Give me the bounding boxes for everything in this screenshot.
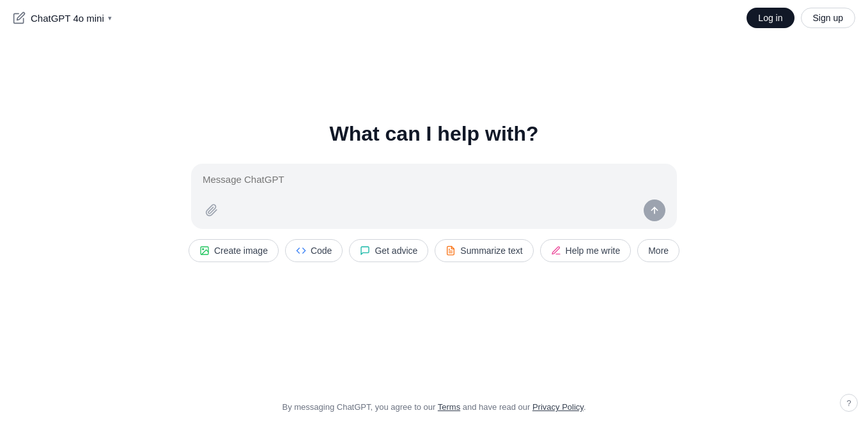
create-image-icon (199, 246, 210, 256)
get-advice-button[interactable]: Get advice (349, 239, 428, 262)
input-actions (203, 199, 665, 221)
create-image-button[interactable]: Create image (189, 239, 279, 262)
message-input[interactable] (203, 174, 665, 189)
get-advice-icon (360, 246, 370, 256)
create-image-label: Create image (214, 246, 268, 256)
code-label: Code (311, 246, 332, 256)
send-button[interactable] (644, 199, 665, 221)
help-me-write-label: Help me write (566, 246, 621, 256)
chevron-down-icon: ▾ (108, 14, 112, 22)
more-label: More (648, 246, 669, 256)
edit-icon-button[interactable] (13, 12, 26, 24)
footer: By messaging ChatGPT, you agree to our T… (0, 402, 868, 412)
send-icon (649, 205, 660, 215)
help-me-write-button[interactable]: Help me write (540, 239, 632, 262)
help-me-write-icon (551, 246, 561, 256)
footer-text-before: By messaging ChatGPT, you agree to our (283, 402, 438, 412)
model-name-label: ChatGPT 4o mini (31, 13, 104, 24)
chat-input-container (191, 164, 677, 229)
svg-point-2 (203, 248, 204, 249)
attach-button[interactable] (203, 201, 221, 219)
help-icon: ? (846, 398, 851, 408)
signup-button[interactable]: Sign up (801, 8, 855, 28)
header-left: ChatGPT 4o mini ▾ (13, 12, 112, 24)
model-selector[interactable]: ChatGPT 4o mini ▾ (31, 13, 112, 24)
get-advice-label: Get advice (375, 246, 417, 256)
help-button[interactable]: ? (840, 394, 858, 412)
header-right: Log in Sign up (747, 8, 855, 28)
page-title: What can I help with? (329, 122, 538, 146)
footer-text-after: . (584, 402, 586, 412)
main-content: What can I help with? (0, 0, 868, 422)
header: ChatGPT 4o mini ▾ Log in Sign up (0, 0, 868, 36)
terms-link[interactable]: Terms (438, 402, 460, 412)
summarize-text-label: Summarize text (460, 246, 522, 256)
more-button[interactable]: More (637, 239, 679, 262)
action-buttons: Create image Code Get advice (189, 239, 679, 262)
paperclip-icon (205, 204, 218, 217)
footer-text-between: and have read our (460, 402, 532, 412)
login-button[interactable]: Log in (747, 8, 794, 28)
code-icon (296, 246, 306, 256)
summarize-text-icon (446, 246, 456, 256)
code-button[interactable]: Code (285, 239, 343, 262)
summarize-text-button[interactable]: Summarize text (435, 239, 533, 262)
privacy-policy-link[interactable]: Privacy Policy (532, 402, 584, 412)
